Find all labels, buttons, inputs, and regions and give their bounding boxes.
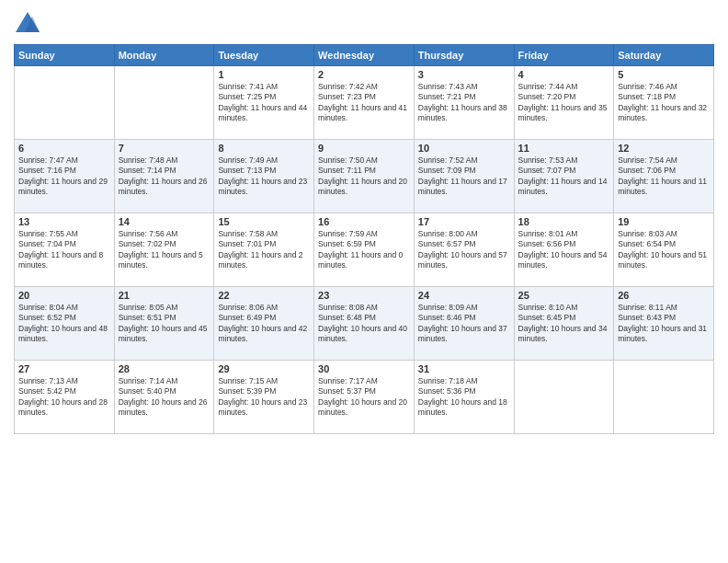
calendar-cell: 27Sunrise: 7:13 AMSunset: 5:42 PMDayligh… <box>15 361 115 434</box>
calendar-header-row: SundayMondayTuesdayWednesdayThursdayFrid… <box>15 45 714 66</box>
day-content: Sunrise: 7:53 AMSunset: 7:07 PMDaylight:… <box>518 155 610 198</box>
day-content: Sunrise: 8:00 AMSunset: 6:57 PMDaylight:… <box>418 229 510 271</box>
day-content: Sunrise: 7:14 AMSunset: 5:40 PMDaylight:… <box>119 376 210 419</box>
day-number: 20 <box>18 290 110 301</box>
calendar-cell: 20Sunrise: 8:04 AMSunset: 6:52 PMDayligh… <box>15 287 115 361</box>
calendar-cell: 17Sunrise: 8:00 AMSunset: 6:57 PMDayligh… <box>414 213 514 287</box>
calendar-cell: 13Sunrise: 7:55 AMSunset: 7:04 PMDayligh… <box>15 213 115 287</box>
calendar-week-row: 20Sunrise: 8:04 AMSunset: 6:52 PMDayligh… <box>15 287 714 361</box>
day-content: Sunrise: 7:44 AMSunset: 7:20 PMDaylight:… <box>518 82 610 124</box>
day-number: 23 <box>318 290 410 301</box>
day-number: 18 <box>518 216 610 227</box>
calendar-cell: 25Sunrise: 8:10 AMSunset: 6:45 PMDayligh… <box>514 287 614 361</box>
day-content: Sunrise: 7:52 AMSunset: 7:09 PMDaylight:… <box>418 155 510 198</box>
day-content: Sunrise: 7:58 AMSunset: 7:01 PMDaylight:… <box>218 229 310 271</box>
day-content: Sunrise: 7:42 AMSunset: 7:23 PMDaylight:… <box>318 82 410 124</box>
calendar-cell: 14Sunrise: 7:56 AMSunset: 7:02 PMDayligh… <box>114 213 214 287</box>
calendar-cell: 3Sunrise: 7:43 AMSunset: 7:21 PMDaylight… <box>414 66 514 140</box>
calendar-week-row: 1Sunrise: 7:41 AMSunset: 7:25 PMDaylight… <box>15 66 714 140</box>
calendar-cell: 9Sunrise: 7:50 AMSunset: 7:11 PMDaylight… <box>314 140 415 213</box>
day-content: Sunrise: 7:56 AMSunset: 7:02 PMDaylight:… <box>119 229 210 271</box>
day-number: 9 <box>318 143 410 154</box>
calendar-cell: 11Sunrise: 7:53 AMSunset: 7:07 PMDayligh… <box>514 140 614 213</box>
calendar-cell: 19Sunrise: 8:03 AMSunset: 6:54 PMDayligh… <box>614 213 714 287</box>
calendar-day-header: Sunday <box>15 45 115 66</box>
calendar-cell: 28Sunrise: 7:14 AMSunset: 5:40 PMDayligh… <box>114 361 214 434</box>
calendar-day-header: Thursday <box>414 45 514 66</box>
day-content: Sunrise: 7:46 AMSunset: 7:18 PMDaylight:… <box>618 82 710 124</box>
calendar-cell: 29Sunrise: 7:15 AMSunset: 5:39 PMDayligh… <box>214 361 314 434</box>
day-number: 31 <box>418 363 510 374</box>
calendar-day-header: Monday <box>114 45 214 66</box>
day-content: Sunrise: 8:10 AMSunset: 6:45 PMDaylight:… <box>518 303 610 345</box>
calendar-week-row: 13Sunrise: 7:55 AMSunset: 7:04 PMDayligh… <box>15 213 714 287</box>
calendar-cell: 5Sunrise: 7:46 AMSunset: 7:18 PMDaylight… <box>614 66 714 140</box>
day-content: Sunrise: 7:47 AMSunset: 7:16 PMDaylight:… <box>18 155 110 198</box>
day-content: Sunrise: 7:43 AMSunset: 7:21 PMDaylight:… <box>418 82 510 124</box>
day-content: Sunrise: 7:48 AMSunset: 7:14 PMDaylight:… <box>119 155 210 198</box>
calendar-cell: 8Sunrise: 7:49 AMSunset: 7:13 PMDaylight… <box>214 140 314 213</box>
calendar-cell: 18Sunrise: 8:01 AMSunset: 6:56 PMDayligh… <box>514 213 614 287</box>
day-number: 4 <box>518 69 610 80</box>
day-content: Sunrise: 8:03 AMSunset: 6:54 PMDaylight:… <box>618 229 710 271</box>
day-content: Sunrise: 7:18 AMSunset: 5:36 PMDaylight:… <box>418 376 510 419</box>
day-number: 13 <box>18 216 110 227</box>
day-content: Sunrise: 8:08 AMSunset: 6:48 PMDaylight:… <box>318 303 410 345</box>
day-number: 7 <box>119 143 210 154</box>
day-number: 26 <box>618 290 710 301</box>
day-number: 25 <box>518 290 610 301</box>
day-number: 17 <box>418 216 510 227</box>
calendar-cell: 1Sunrise: 7:41 AMSunset: 7:25 PMDaylight… <box>214 66 314 140</box>
day-number: 11 <box>518 143 610 154</box>
day-content: Sunrise: 7:15 AMSunset: 5:39 PMDaylight:… <box>218 376 310 419</box>
day-number: 6 <box>18 143 110 154</box>
day-content: Sunrise: 7:54 AMSunset: 7:06 PMDaylight:… <box>618 155 710 198</box>
calendar-cell <box>114 66 214 140</box>
day-content: Sunrise: 8:01 AMSunset: 6:56 PMDaylight:… <box>518 229 610 271</box>
header <box>14 9 714 37</box>
calendar-cell: 12Sunrise: 7:54 AMSunset: 7:06 PMDayligh… <box>614 140 714 213</box>
calendar-day-header: Wednesday <box>314 45 415 66</box>
calendar-table: SundayMondayTuesdayWednesdayThursdayFrid… <box>14 44 714 434</box>
day-content: Sunrise: 7:49 AMSunset: 7:13 PMDaylight:… <box>218 155 310 198</box>
day-number: 21 <box>119 290 210 301</box>
calendar-cell: 7Sunrise: 7:48 AMSunset: 7:14 PMDaylight… <box>114 140 214 213</box>
day-content: Sunrise: 7:55 AMSunset: 7:04 PMDaylight:… <box>18 229 110 271</box>
day-content: Sunrise: 7:50 AMSunset: 7:11 PMDaylight:… <box>318 155 410 198</box>
day-content: Sunrise: 8:11 AMSunset: 6:43 PMDaylight:… <box>618 303 710 345</box>
calendar-day-header: Saturday <box>614 45 714 66</box>
day-number: 3 <box>418 69 510 80</box>
calendar-cell <box>614 361 714 434</box>
calendar-cell: 30Sunrise: 7:17 AMSunset: 5:37 PMDayligh… <box>314 361 415 434</box>
day-number: 30 <box>318 363 410 374</box>
day-number: 15 <box>218 216 310 227</box>
day-number: 16 <box>318 216 410 227</box>
day-number: 14 <box>119 216 210 227</box>
calendar-cell: 23Sunrise: 8:08 AMSunset: 6:48 PMDayligh… <box>314 287 415 361</box>
calendar-week-row: 6Sunrise: 7:47 AMSunset: 7:16 PMDaylight… <box>15 140 714 213</box>
day-number: 10 <box>418 143 510 154</box>
day-content: Sunrise: 8:06 AMSunset: 6:49 PMDaylight:… <box>218 303 310 345</box>
calendar-cell: 6Sunrise: 7:47 AMSunset: 7:16 PMDaylight… <box>15 140 115 213</box>
calendar-cell: 22Sunrise: 8:06 AMSunset: 6:49 PMDayligh… <box>214 287 314 361</box>
calendar-cell: 2Sunrise: 7:42 AMSunset: 7:23 PMDaylight… <box>314 66 415 140</box>
day-number: 29 <box>218 363 310 374</box>
calendar-day-header: Tuesday <box>214 45 314 66</box>
calendar-cell: 4Sunrise: 7:44 AMSunset: 7:20 PMDaylight… <box>514 66 614 140</box>
day-number: 19 <box>618 216 710 227</box>
page: SundayMondayTuesdayWednesdayThursdayFrid… <box>0 0 728 563</box>
day-content: Sunrise: 7:17 AMSunset: 5:37 PMDaylight:… <box>318 376 410 419</box>
calendar-cell: 21Sunrise: 8:05 AMSunset: 6:51 PMDayligh… <box>114 287 214 361</box>
day-content: Sunrise: 7:41 AMSunset: 7:25 PMDaylight:… <box>218 82 310 124</box>
day-content: Sunrise: 8:04 AMSunset: 6:52 PMDaylight:… <box>18 303 110 345</box>
day-number: 8 <box>218 143 310 154</box>
calendar-cell: 16Sunrise: 7:59 AMSunset: 6:59 PMDayligh… <box>314 213 415 287</box>
calendar-day-header: Friday <box>514 45 614 66</box>
calendar-cell: 15Sunrise: 7:58 AMSunset: 7:01 PMDayligh… <box>214 213 314 287</box>
day-number: 2 <box>318 69 410 80</box>
day-number: 12 <box>618 143 710 154</box>
day-number: 5 <box>618 69 710 80</box>
day-number: 27 <box>18 363 110 374</box>
day-number: 22 <box>218 290 310 301</box>
day-content: Sunrise: 8:05 AMSunset: 6:51 PMDaylight:… <box>119 303 210 345</box>
